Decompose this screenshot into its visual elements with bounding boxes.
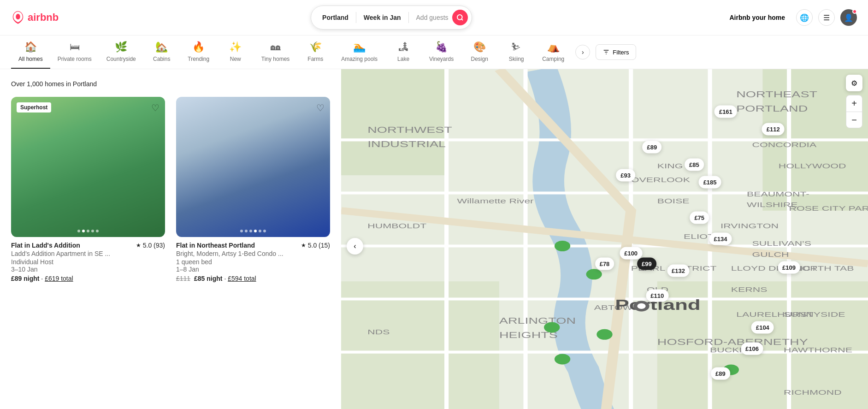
svg-point-55 [637,303,645,309]
price-pin-p17[interactable]: £89 [711,367,730,379]
new-label: New [230,56,241,62]
price-pin-p8[interactable]: £134 [709,233,732,245]
price-pin-p15[interactable]: £104 [751,321,774,333]
svg-text:NORTHEAST: NORTHEAST [736,89,817,99]
price-pin-p3[interactable]: £89 [643,141,662,153]
zoom-out-button[interactable]: − [846,112,862,128]
price-pin-p6[interactable]: £185 [699,176,721,189]
header: airbnb Portland Week in Jan Add guests A… [0,0,868,36]
price-original-2: £111 [176,275,190,282]
user-avatar[interactable]: 👤 [840,9,857,26]
category-amazing-pools[interactable]: 🏊 Amazing pools [334,36,385,69]
category-skiing[interactable]: ⛷ Skiing [498,36,535,69]
search-location[interactable]: Portland [319,14,352,21]
dot [87,230,89,232]
search-dates[interactable]: Week in Jan [360,14,405,21]
logo[interactable]: airbnb [11,11,59,24]
svg-text:GULCH: GULCH [752,250,789,258]
vineyards-label: Vineyards [429,56,454,62]
price-pin-p12[interactable]: £132 [667,265,690,277]
svg-point-56 [555,241,570,251]
category-lake[interactable]: 🏞 Lake [385,36,422,69]
category-private-rooms[interactable]: 🛏 Private rooms [50,36,99,69]
zoom-in-button[interactable]: + [846,95,862,112]
dot [263,230,266,232]
svg-text:NORTH TAB: NORTH TAB [794,264,854,272]
superhost-badge: Superhost [17,102,51,113]
notification-dot [852,9,857,14]
listing-dates-2: 1–8 Jan [176,266,330,273]
category-farms[interactable]: 🌾 Farms [297,36,334,69]
category-trending[interactable]: 🔥 Trending [180,36,217,69]
price-pin-p11[interactable]: £78 [595,257,614,270]
trending-icon: 🔥 [192,41,205,53]
airbnb-logo-icon [11,11,25,24]
listing-card-2[interactable]: ♡ Flat in Northeast Portland ★ [176,97,330,282]
listing-title-row-2: Flat in Northeast Portland ★ 5.0 (15) [176,242,330,249]
price-pin-p14[interactable]: £109 [778,261,800,273]
svg-text:NDS: NDS [367,328,390,336]
category-all-homes[interactable]: 🏠 All homes [11,36,50,69]
map-panel: NORTHWEST INDUSTRIAL NORTHEAST PORTLAND … [341,69,868,409]
price-total-2[interactable]: £594 total [228,275,256,282]
globe-icon[interactable]: 🌐 [796,9,813,26]
category-next-arrow[interactable]: › [575,45,590,59]
cabins-icon: 🏡 [155,41,168,53]
svg-point-59 [596,329,612,340]
menu-icon[interactable]: ☰ [818,9,835,26]
listing-price-2: £111 £85 night · £594 total [176,275,330,282]
svg-text:BOISE: BOISE [657,197,690,205]
main-content: Over 1,000 homes in Portland Superhost ♡ [0,69,868,409]
search-button[interactable] [452,10,468,25]
svg-text:KERNS: KERNS [731,285,768,293]
category-cabins[interactable]: 🏡 Cabins [143,36,180,69]
tiny-homes-icon: 🏘 [271,41,281,53]
all-homes-icon: 🏠 [24,41,37,53]
wishlist-button-1[interactable]: ♡ [151,102,159,113]
filters-button[interactable]: Filters [596,44,636,60]
svg-text:INDUSTRIAL: INDUSTRIAL [367,139,446,148]
map-background[interactable]: NORTHWEST INDUSTRIAL NORTHEAST PORTLAND … [341,69,868,409]
listing-info-1: Flat in Ladd's Addition ★ 5.0 (93) Ladd'… [11,237,165,282]
search-icon [456,14,464,21]
category-tiny-homes[interactable]: 🏘 Tiny homes [254,36,297,69]
svg-text:RICHMOND: RICHMOND [784,388,842,396]
camping-label: Camping [542,56,564,62]
search-bar[interactable]: Portland Week in Jan Add guests [311,6,472,30]
category-countryside[interactable]: 🌿 Countryside [99,36,143,69]
category-design[interactable]: 🎨 Design [461,36,498,69]
category-new[interactable]: ✨ New [217,36,254,69]
filters-icon [602,48,610,56]
listing-card-1[interactable]: Superhost ♡ Flat in Ladd's Addition [11,97,165,282]
trending-label: Trending [188,56,209,62]
price-pin-p2[interactable]: £112 [762,123,785,136]
listing-price-1: £89 night · £619 total [11,275,165,282]
listing-host-1: Individual Host [11,258,165,266]
listing-rating-1: ★ 5.0 (93) [136,242,165,249]
wishlist-button-2[interactable]: ♡ [316,102,325,113]
price-pin-p4[interactable]: £85 [685,159,704,171]
svg-text:ARLINGTON: ARLINGTON [499,316,576,326]
private-rooms-label: Private rooms [58,56,92,62]
price-total-1[interactable]: £619 total [45,275,73,282]
category-camping[interactable]: ⛺ Camping [535,36,572,69]
result-count-text: Over 1,000 homes in Portland [11,80,97,88]
price-pin-p9[interactable]: £100 [620,247,642,259]
map-settings-button[interactable]: ⚙ [846,75,862,91]
price-pin-p1[interactable]: £161 [714,106,737,118]
price-pin-p5[interactable]: £93 [616,169,635,182]
price-pin-p13[interactable]: £110 [646,289,668,302]
price-pin-p7[interactable]: £75 [690,212,709,224]
airbnb-home-button[interactable]: Airbnb your home [724,9,791,26]
star-icon-1: ★ [136,242,141,249]
category-vineyards[interactable]: 🍇 Vineyards [422,36,461,69]
price-pin-p10[interactable]: £99 [637,257,656,270]
search-divider-2 [408,12,409,23]
svg-text:HOLLYWOOD: HOLLYWOOD [779,162,846,170]
listing-dates-1: 3–10 Jan [11,266,165,273]
listing-description-2: Bright, Modern, Artsy 1-Bed Condo ... [176,250,305,257]
svg-text:PORTLAND: PORTLAND [736,104,808,113]
price-pin-p16[interactable]: £106 [741,342,763,355]
map-collapse-button[interactable]: ‹ [347,238,363,255]
search-guests[interactable]: Add guests [413,14,452,21]
